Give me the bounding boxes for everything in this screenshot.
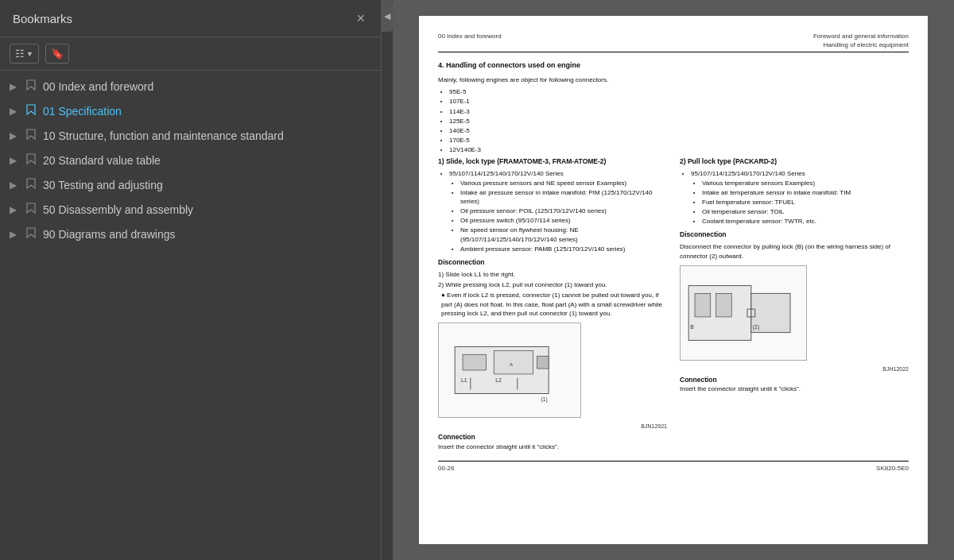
doc-section-title: 4. Handling of connectors used on engine — [438, 60, 909, 71]
chevron-down-icon: ▼ — [26, 50, 33, 58]
engine-item: 12V140E-3 — [449, 145, 909, 154]
svg-text:A: A — [510, 362, 513, 367]
col2-series: 95/107/114/125/140/170/12V/140 Series Va… — [691, 169, 909, 226]
section-intro: Mainly, following engines are object for… — [438, 75, 909, 84]
bookmarks-list: ▶ 00 Index and foreword ▶ 01 Specificati… — [0, 71, 381, 560]
engine-item: 107E-1 — [449, 97, 909, 106]
col2-disconnect-text: Disconnect the connector by pulling lock… — [680, 242, 909, 260]
col2-sensor-item: Oil temperature sensor: TOIL — [702, 207, 909, 216]
engine-item: 170E-5 — [449, 136, 909, 145]
col2-diagram-svg: B (2) — [681, 266, 806, 360]
engine-item: 125E-5 — [449, 117, 909, 126]
bookmarks-toolbar: ☷ ▼ 🔖 — [0, 37, 381, 71]
document-page: 00 Index and foreword Foreword and gener… — [419, 16, 928, 544]
col1-disconnect-note: ● Even if lock L2 is pressed, connector … — [441, 291, 667, 318]
bookmark-icon: 🔖 — [51, 48, 64, 60]
bookmark-label-50: 50 Disassembly and assembly — [43, 203, 371, 216]
svg-rect-13 — [716, 293, 732, 317]
expand-arrow-50: ▶ — [10, 204, 21, 215]
svg-text:L2: L2 — [495, 377, 502, 383]
col1-diagram-label: BJN12921 — [438, 423, 667, 431]
engine-item: 95E-5 — [449, 87, 909, 96]
col2-sensor-item: Intake air temperature sensor in intake … — [702, 188, 909, 197]
document-panel[interactable]: 00 Index and foreword Foreword and gener… — [393, 0, 954, 560]
bookmark-icon-button[interactable]: 🔖 — [45, 44, 69, 64]
close-button[interactable]: × — [353, 10, 368, 27]
bookmark-label-10: 10 Structure, function and maintenance s… — [43, 129, 371, 142]
col2-connection-text: Insert the connector straight until it "… — [680, 385, 801, 392]
svg-rect-2 — [494, 350, 533, 374]
col2-connection: Connection Insert the connector straight… — [680, 376, 909, 394]
bookmark-item-50[interactable]: ▶ 50 Disassembly and assembly — [0, 197, 381, 222]
col1-diagram: L1 L2 A (1) — [438, 322, 581, 418]
col1-connection-title: Connection — [438, 433, 475, 441]
bookmark-label-30: 30 Testing and adjusting — [43, 179, 371, 191]
bookmark-item-01[interactable]: ▶ 01 Specification — [0, 98, 381, 123]
bookmark-icon-30 — [25, 177, 38, 192]
bookmark-icon-10 — [25, 128, 38, 143]
view-options-button[interactable]: ☷ ▼ — [10, 44, 39, 64]
col1-connection-text: Insert the connector straight until it "… — [438, 443, 559, 450]
col1-series: 95/107/114/125/140/170/12V/140 Series Va… — [449, 169, 667, 253]
svg-rect-3 — [537, 356, 549, 369]
section-num: 4. — [438, 61, 444, 69]
col2-disconnect-title: Disconnection — [680, 230, 909, 240]
col2-sensor-item: Coolant temperature sensor: TWTR, etc. — [702, 217, 909, 226]
bookmark-label-00: 00 Index and foreword — [43, 80, 371, 93]
engine-item: 140E-5 — [449, 126, 909, 135]
svg-text:(1): (1) — [541, 396, 547, 403]
col1-series-list: 95/107/114/125/140/170/12V/140 Series Va… — [449, 169, 667, 253]
bookmark-item-90[interactable]: ▶ 90 Diagrams and drawings — [0, 222, 381, 246]
expand-arrow-30: ▶ — [10, 180, 21, 191]
doc-footer: 00-26 SK820-5E0 — [438, 461, 909, 473]
doc-header: 00 Index and foreword Foreword and gener… — [438, 32, 909, 52]
engine-item: 114E-3 — [449, 107, 909, 116]
bookmarks-header: Bookmarks × — [0, 0, 381, 37]
col1-sensor-item: Oil pressure sensor: POIL (125/170/12V/1… — [460, 207, 667, 215]
col2-series-list: 95/107/114/125/140/170/12V/140 Series Va… — [691, 169, 909, 226]
collapse-panel-handle[interactable]: ◀ — [382, 0, 393, 32]
bookmark-item-20[interactable]: ▶ 20 Standard value table — [0, 148, 381, 172]
svg-text:L1: L1 — [461, 377, 467, 383]
expand-arrow-10: ▶ — [10, 130, 21, 141]
bookmark-item-30[interactable]: ▶ 30 Testing and adjusting — [0, 172, 381, 197]
col1-connection: Connection Insert the connector straight… — [438, 433, 667, 451]
col2-diagram-label: BJH12022 — [680, 365, 909, 373]
doc-col-right: 2) Pull lock type (PACKARD-2) 95/107/114… — [680, 157, 909, 450]
col2-sensors-list: Various temperature sensors Examples) In… — [702, 179, 909, 226]
col1-sensor-item: Ne speed sensor on flywheel housing: NE … — [460, 226, 667, 243]
col1-disconnect-box: Disconnection 1) Slide lock L1 to the ri… — [438, 258, 667, 318]
expand-arrow-01: ▶ — [10, 106, 21, 117]
expand-arrow-00: ▶ — [10, 81, 21, 92]
col1-title: 1) Slide, lock type (FRAMATOME-3, FRAM-A… — [438, 157, 667, 167]
col2-sensor-item: Fuel temperature sensor: TFUEL — [702, 198, 909, 207]
col2-title: 2) Pull lock type (PACKARD-2) — [680, 157, 909, 167]
doc-footer-right: SK820-5E0 — [876, 464, 909, 473]
grid-icon: ☷ — [15, 48, 25, 60]
bookmark-label-20: 20 Standard value table — [43, 154, 371, 167]
bookmark-label-90: 90 Diagrams and drawings — [43, 228, 371, 241]
col1-disconnect-title: Disconnection — [438, 258, 667, 268]
col2-diagram: B (2) — [680, 265, 807, 361]
col1-sensor-item: Ambient pressure sensor: PAMB (125/170/1… — [460, 245, 667, 253]
bookmark-item-10[interactable]: ▶ 10 Structure, function and maintenance… — [0, 123, 381, 148]
svg-rect-12 — [695, 293, 711, 317]
col2-connection-title: Connection — [680, 376, 717, 384]
engine-list: 95E-5 107E-1 114E-3 125E-5 140E-5 170E-5… — [449, 87, 909, 154]
svg-rect-1 — [463, 354, 487, 370]
bookmark-icon-01 — [25, 103, 38, 118]
bookmark-item-00[interactable]: ▶ 00 Index and foreword — [0, 74, 381, 98]
col1-sensors-list: Various pressure sensors and NE speed se… — [460, 179, 667, 254]
bookmark-icon-00 — [25, 79, 38, 94]
col1-sensor-item: Oil pressure switch (95/107/114 series) — [460, 216, 667, 225]
col1-diagram-svg: L1 L2 A (1) — [439, 323, 580, 417]
col2-disconnect-box: Disconnection Disconnect the connector b… — [680, 230, 909, 260]
svg-text:(2): (2) — [753, 323, 759, 330]
bookmark-label-01: 01 Specification — [43, 105, 371, 118]
bookmarks-title: Bookmarks — [13, 12, 72, 25]
col1-sensor-item: Intake air pressure sensor in intake man… — [460, 188, 667, 206]
bookmark-icon-90 — [25, 226, 38, 241]
col1-step2: 2) While pressing lock L2, pull out conn… — [438, 280, 667, 289]
doc-main-content: 1) Slide, lock type (FRAMATOME-3, FRAM-A… — [438, 157, 909, 450]
expand-arrow-90: ▶ — [10, 229, 21, 240]
